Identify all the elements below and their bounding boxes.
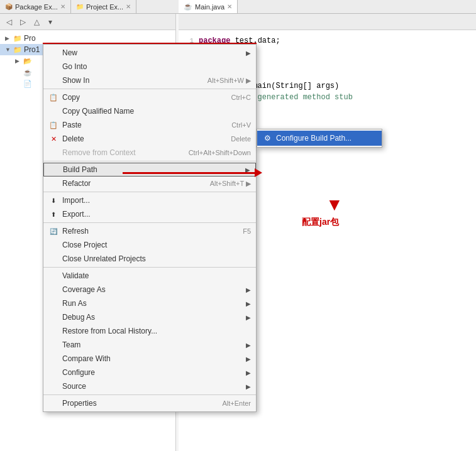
cm-source-icon (48, 381, 58, 391)
separator-3 (43, 192, 256, 192)
cm-build-path-label: Build Path (63, 165, 97, 174)
cm-remove-context-label: Remove from Context (62, 148, 136, 157)
cm-item-configure-build-path[interactable]: ⚙ Configure Build Path... (257, 131, 382, 146)
cm-configure-label: Configure (62, 368, 95, 377)
main-java-icon: ☕ (184, 3, 192, 11)
tab-main-java-close[interactable]: ✕ (227, 3, 232, 10)
cm-configure-icon (48, 367, 58, 378)
toolbar-back-btn[interactable]: ◁ (3, 16, 15, 28)
cm-item-go-into[interactable]: Go Into (43, 60, 256, 73)
cm-run-as-label: Run As (62, 299, 87, 308)
arrow-line (123, 172, 255, 174)
cm-paste-icon: 📋 (48, 120, 58, 130)
cm-refactor-label: Refactor (62, 179, 91, 188)
red-arrow (123, 168, 262, 177)
cm-item-coverage-as[interactable]: Coverage As ▶ (43, 283, 256, 296)
cm-configure-arrow: ▶ (246, 369, 251, 376)
project-explorer-icon: 📁 (76, 3, 84, 10)
cm-item-close-project[interactable]: Close Project (43, 238, 256, 252)
tab-package-explorer-close[interactable]: ✕ (60, 3, 65, 10)
cm-export-icon: ⬆ (48, 209, 58, 219)
cm-debug-as-label: Debug As (62, 313, 95, 322)
cm-item-refactor[interactable]: Refactor Alt+Shift+T ▶ (43, 177, 256, 190)
context-menu: New ▶ Go Into Show In Alt+Shift+W ▶ 📋 Co… (43, 44, 257, 412)
cm-close-unrelated-label: Close Unrelated Projects (62, 254, 146, 263)
cm-validate-label: Validate (62, 271, 89, 280)
tab-package-explorer-label: Package Ex... (15, 3, 58, 11)
cm-item-debug-as[interactable]: Debug As ▶ (43, 310, 256, 324)
cm-item-new[interactable]: New ▶ (43, 46, 256, 60)
toolbar-up-btn[interactable]: △ (30, 16, 43, 28)
cm-show-in-shortcut: Alt+Shift+W ▶ (208, 77, 251, 85)
cm-item-validate[interactable]: Validate (43, 269, 256, 283)
tab-project-explorer-close[interactable]: ✕ (126, 3, 131, 10)
tab-main-java[interactable]: ☕ Main.java ✕ (179, 0, 238, 13)
cm-item-compare-with[interactable]: Compare With ▶ (43, 352, 256, 366)
chinese-annotation: 配置jar包 (302, 217, 339, 228)
cm-copy-label: Copy (62, 93, 80, 102)
cm-refactor-shortcut: Alt+Shift+T ▶ (210, 180, 251, 188)
arrow-head (255, 168, 262, 177)
cm-item-restore-history[interactable]: Restore from Local History... (43, 324, 256, 338)
toolbar-forward-btn[interactable]: ▷ (16, 16, 29, 28)
cm-item-paste[interactable]: 📋 Paste Ctrl+V (43, 118, 256, 132)
tree-icon-pro: 📁 (13, 35, 22, 43)
editor-toolbar (179, 14, 476, 30)
package-explorer-icon: 📦 (5, 3, 13, 10)
cm-item-team[interactable]: Team ▶ (43, 338, 256, 352)
tab-project-explorer-label: Project Ex... (86, 3, 123, 11)
cm-refresh-label: Refresh (62, 227, 89, 236)
tree-arrow-pro1: ▼ (5, 46, 11, 53)
tree-item-pro[interactable]: ▶ 📁 Pro (0, 33, 175, 44)
tab-project-explorer[interactable]: 📁 Project Ex... ✕ (71, 0, 136, 13)
tree-icon-pro1: 📁 (13, 46, 22, 54)
cm-build-path-icon (49, 165, 59, 175)
cm-item-source[interactable]: Source ▶ (43, 379, 256, 393)
cm-compare-with-arrow: ▶ (246, 356, 251, 362)
cm-close-project-label: Close Project (62, 241, 107, 249)
cm-item-copy[interactable]: 📋 Copy Ctrl+C (43, 90, 256, 104)
tree-icon-sub1: 📂 (23, 57, 32, 65)
cm-properties-icon (48, 398, 58, 408)
cm-close-unrelated-icon (48, 254, 58, 264)
separator-2 (43, 161, 256, 161)
cm-item-import[interactable]: ⬇ Import... (43, 193, 256, 207)
cm-item-properties[interactable]: Properties Alt+Enter (43, 396, 256, 410)
cm-validate-icon (48, 271, 58, 281)
toolbar-menu-btn[interactable]: ▾ (44, 16, 57, 28)
cm-properties-label: Properties (62, 399, 97, 408)
cm-item-show-in[interactable]: Show In Alt+Shift+W ▶ (43, 73, 256, 87)
cm-show-in-icon (48, 75, 58, 85)
tab-package-explorer[interactable]: 📦 Package Ex... ✕ (0, 0, 71, 13)
cm-export-label: Export... (62, 210, 91, 219)
down-arrow: ▼ (326, 195, 343, 215)
cm-new-label: New (62, 48, 77, 57)
editor-tab-bar: ☕ Main.java ✕ (179, 0, 476, 14)
cm-delete-label: Delete (62, 134, 84, 143)
cm-import-icon: ⬇ (48, 195, 58, 205)
cm-item-refresh[interactable]: 🔄 Refresh F5 (43, 224, 256, 238)
cm-item-export[interactable]: ⬆ Export... (43, 207, 256, 221)
cm-source-label: Source (62, 382, 86, 391)
cm-item-configure[interactable]: Configure ▶ (43, 366, 256, 379)
cm-refresh-shortcut: F5 (243, 227, 251, 235)
cm-item-close-unrelated[interactable]: Close Unrelated Projects (43, 252, 256, 266)
cm-restore-history-label: Restore from Local History... (62, 327, 157, 335)
tree-icon-sub2: ☕ (23, 68, 32, 77)
cm-go-into-icon (48, 62, 58, 72)
cm-paste-label: Paste (62, 121, 82, 129)
cm-copy-qualified-icon (48, 106, 58, 116)
cm-configure-build-path-label: Configure Build Path... (276, 134, 351, 143)
cm-item-copy-qualified[interactable]: Copy Qualified Name (43, 104, 256, 118)
cm-compare-with-label: Compare With (62, 354, 111, 363)
cm-run-as-arrow: ▶ (246, 300, 251, 307)
separator-6 (43, 394, 256, 395)
cm-debug-as-arrow: ▶ (246, 314, 251, 321)
cm-delete-icon: ✕ (48, 134, 58, 144)
cm-item-run-as[interactable]: Run As ▶ (43, 296, 256, 310)
cm-copy-qualified-label: Copy Qualified Name (62, 107, 134, 116)
tree-arrow-sub1: ▶ (15, 58, 21, 64)
cm-item-delete[interactable]: ✕ Delete Delete (43, 132, 256, 146)
cm-new-icon (48, 48, 58, 58)
cm-refresh-icon: 🔄 (48, 226, 58, 236)
